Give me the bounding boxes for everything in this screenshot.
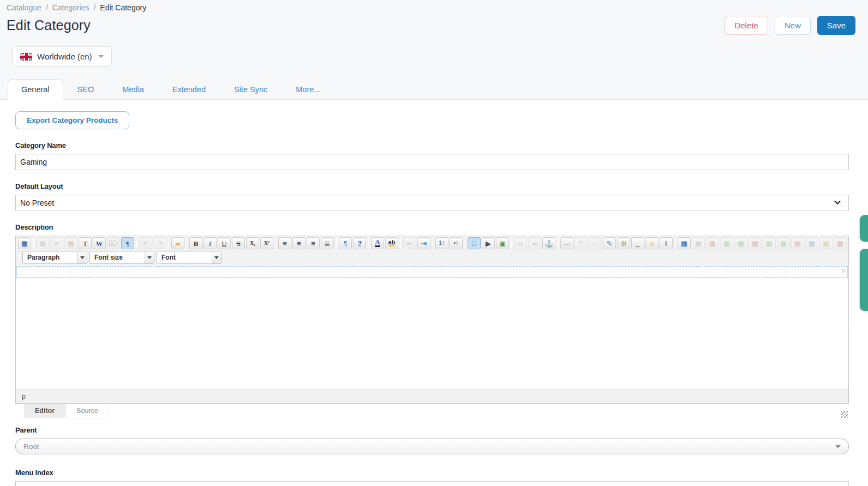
top-bar: Catalogue / Categories / Edit Category E…: [0, 0, 868, 67]
export-category-products-button[interactable]: Export Category Products: [15, 111, 129, 129]
insert-media-icon[interactable]: ▶: [482, 237, 495, 249]
header-actions: Delete New Save: [725, 16, 855, 35]
italic-icon[interactable]: I: [203, 237, 217, 249]
language-label: Worldwide (en): [37, 52, 92, 61]
font-family-select[interactable]: Font: [157, 251, 222, 264]
edit-category-page: Catalogue / Categories / Edit Category E…: [0, 0, 868, 486]
bold-icon[interactable]: B: [189, 237, 202, 249]
page-break-icon[interactable]: ‖: [660, 237, 673, 249]
chevron-down-icon: [834, 199, 840, 205]
style-props-icon[interactable]: ⚙: [617, 237, 630, 249]
parent-value: Root: [23, 442, 39, 451]
font-size-select[interactable]: Font size: [89, 251, 154, 264]
resize-grip[interactable]: [841, 411, 848, 418]
show-blocks-icon[interactable]: ¶: [121, 237, 134, 249]
col-before-icon: ▦: [763, 237, 776, 249]
tab-site-sync[interactable]: Site Sync: [220, 80, 282, 99]
rtl-icon[interactable]: ¶: [353, 237, 366, 249]
language-selector[interactable]: Worldwide (en): [12, 46, 112, 67]
strikethrough-icon[interactable]: S: [232, 237, 245, 249]
toolbar-separator: [465, 238, 465, 248]
tab-bar: General SEO Media Extended Site Sync Mor…: [0, 79, 868, 100]
element-path: p: [22, 393, 26, 400]
cell-properties-icon: ▦: [834, 237, 847, 249]
tab-seo[interactable]: SEO: [63, 80, 109, 99]
editor-mode-tab-editor[interactable]: Editor: [24, 404, 65, 418]
emoticons-icon[interactable]: ☺: [645, 237, 659, 249]
menu-index-input[interactable]: [15, 481, 849, 486]
chevron-down-icon: [77, 251, 87, 263]
floating-widget-tab-bottom[interactable]: [860, 249, 868, 311]
toolbar-separator: [368, 238, 369, 248]
editor-content-area[interactable]: p: [16, 266, 848, 389]
tab-media[interactable]: Media: [108, 80, 158, 99]
breadcrumb-categories[interactable]: Categories: [52, 3, 89, 12]
parent-select[interactable]: Root: [15, 439, 849, 454]
highlight-color-icon[interactable]: ab: [385, 237, 398, 249]
copy-icon: ⧉: [36, 237, 49, 249]
align-left-icon[interactable]: ≡: [278, 237, 291, 249]
align-justify-icon[interactable]: ≣: [321, 237, 334, 249]
delete-row-icon: ▦: [749, 237, 762, 249]
superscript-icon[interactable]: X²: [260, 237, 273, 249]
toolbar-separator: [511, 238, 512, 248]
tab-extended[interactable]: Extended: [158, 80, 220, 99]
anchor-icon[interactable]: ⚓: [542, 237, 555, 249]
floating-widget-tab-top[interactable]: [860, 215, 868, 242]
save-button[interactable]: Save: [817, 16, 855, 35]
subscript-icon[interactable]: X₂: [246, 237, 259, 249]
rich-text-editor: ▦⧉✂▤TW⌦¶↶↷▰BIUSX₂X²≡≡≡≣¶¶Aab⇤⇥1≡•≡□▶▣∞∞⚓…: [15, 236, 849, 404]
editor-mode-tab-source[interactable]: Source: [65, 404, 109, 418]
split-cells-icon: ▦: [805, 237, 818, 249]
breadcrumb: Catalogue / Categories / Edit Category: [7, 3, 855, 12]
toolbar-separator: [336, 238, 337, 248]
paste-as-text-icon[interactable]: T: [79, 237, 92, 249]
tab-more[interactable]: More...: [282, 80, 334, 99]
unordered-list-icon[interactable]: •≡: [450, 237, 463, 249]
menu-index-label: Menu Index: [15, 469, 849, 477]
toolbar-separator: [675, 238, 675, 248]
new-button[interactable]: New: [775, 16, 811, 35]
align-right-icon[interactable]: ≡: [307, 237, 320, 249]
paragraph-format-value: Paragraph: [23, 251, 77, 263]
insert-image-icon[interactable]: ▣: [496, 237, 509, 249]
browse-files-icon[interactable]: ▰: [171, 237, 184, 249]
table-properties-icon: ▦: [692, 237, 705, 249]
delete-col-icon: ▦: [791, 237, 804, 249]
save-icon[interactable]: ▦: [18, 237, 31, 249]
breadcrumb-separator: /: [46, 3, 48, 12]
editor-toolbar-selects: Paragraph Font size Font: [16, 250, 848, 266]
paragraph-block-outline: p: [16, 266, 848, 278]
paste-from-word-icon[interactable]: W: [93, 237, 106, 249]
chevron-down-icon: [98, 55, 104, 58]
chevron-down-icon: [212, 251, 221, 263]
editor-status-bar: p: [16, 389, 848, 403]
nonbreaking-space-icon[interactable]: _: [631, 237, 644, 249]
visual-aid-icon[interactable]: □: [468, 237, 481, 249]
font-color-icon[interactable]: A: [371, 237, 384, 249]
editor-mode-tabs: Editor Source: [24, 404, 109, 418]
indent-icon[interactable]: ⇥: [417, 237, 430, 249]
unlink-icon: ∞: [528, 237, 541, 249]
tab-general[interactable]: General: [8, 79, 63, 100]
edit-image-icon[interactable]: ✎: [603, 237, 616, 249]
breadcrumb-catalogue[interactable]: Catalogue: [7, 3, 41, 12]
outdent-icon: ⇤: [403, 237, 416, 249]
category-name-input[interactable]: [15, 154, 849, 170]
paragraph-format-select[interactable]: Paragraph: [22, 251, 87, 264]
horizontal-rule-icon[interactable]: ―: [560, 237, 573, 249]
insert-table-icon[interactable]: ▦: [678, 237, 691, 249]
chevron-down-icon: [835, 445, 841, 448]
align-center-icon[interactable]: ≡: [292, 237, 306, 249]
toolbar-separator: [276, 238, 276, 248]
general-tab-panel: Export Category Products Category Name D…: [0, 100, 868, 486]
default-layout-select[interactable]: No Preset: [15, 195, 849, 211]
delete-button[interactable]: Delete: [725, 16, 768, 35]
ltr-icon[interactable]: ¶: [339, 237, 352, 249]
underline-icon[interactable]: U: [218, 237, 231, 249]
toolbar-separator: [187, 238, 187, 248]
paste-icon: ▤: [64, 237, 77, 249]
row-after-icon: ▦: [734, 237, 747, 249]
ordered-list-icon[interactable]: 1≡: [435, 237, 448, 249]
toolbar-separator: [33, 238, 34, 248]
